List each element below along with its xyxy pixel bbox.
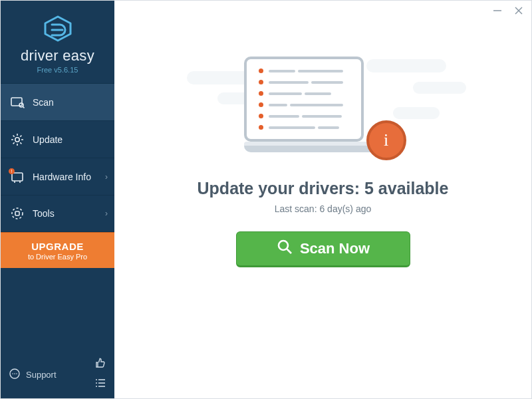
svg-point-12 [12,208,23,219]
svg-point-22 [96,386,97,387]
upgrade-line1: UPGRADE [31,241,84,252]
sidebar-item-label: Scan [33,97,54,108]
support-button[interactable]: Support [9,368,57,382]
svg-rect-13 [15,211,19,215]
svg-line-25 [287,249,291,254]
sidebar-footer: Support [1,353,114,398]
hardware-icon: ! [10,170,25,184]
sidebar-item-tools[interactable]: Tools › [1,195,114,232]
scan-illustration: i [213,53,433,172]
svg-rect-9 [12,173,23,181]
upgrade-line2: to Driver Easy Pro [28,253,87,261]
tools-icon [10,206,25,221]
sidebar-item-label: Tools [33,208,55,219]
sidebar-item-scan[interactable]: Scan [1,83,114,120]
list-icon[interactable] [94,377,106,392]
last-scan-text: Last scan: 6 day(s) ago [275,203,372,214]
chevron-right-icon: › [105,172,108,182]
brand-name: driver easy [1,47,114,65]
footer-icons [94,357,106,392]
close-button[interactable] [514,6,523,18]
brand-logo-icon [43,15,73,45]
svg-point-18 [96,379,97,380]
minimize-button[interactable] [493,6,502,18]
chevron-right-icon: › [105,209,108,218]
svg-point-8 [15,137,19,141]
support-label: Support [26,370,57,380]
svg-point-15 [12,373,13,374]
sidebar-nav: Scan Update ! [1,83,114,232]
svg-rect-5 [11,98,22,106]
main-panel: i Update your drivers: 5 available Last … [114,1,531,398]
brand-version: Free v5.6.15 [1,66,114,74]
info-badge-icon: i [366,120,406,160]
svg-marker-3 [45,17,70,41]
sidebar: driver easy Free v5.6.15 Scan [1,1,114,398]
chat-icon [9,368,21,382]
sidebar-item-label: Hardware Info [33,172,91,182]
svg-point-24 [279,241,288,250]
scan-now-label: Scan Now [300,240,370,257]
scan-now-button[interactable]: Scan Now [236,231,410,267]
svg-point-17 [16,373,17,374]
brand-block: driver easy Free v5.6.15 [1,1,114,83]
gear-icon [10,132,25,147]
scan-icon [10,95,25,110]
sidebar-item-label: Update [33,134,63,145]
svg-point-20 [96,382,97,384]
headline: Update your drivers: 5 available [198,179,449,198]
sidebar-item-update[interactable]: Update [1,120,114,158]
app-window: driver easy Free v5.6.15 Scan [0,0,532,399]
search-icon [276,238,293,259]
upgrade-button[interactable]: UPGRADE to Driver Easy Pro [1,232,114,268]
thumbs-up-icon[interactable] [94,357,106,372]
svg-line-7 [23,106,25,108]
window-controls [493,6,523,18]
sidebar-item-hardware-info[interactable]: ! Hardware Info › [1,158,114,195]
svg-point-16 [14,373,15,374]
